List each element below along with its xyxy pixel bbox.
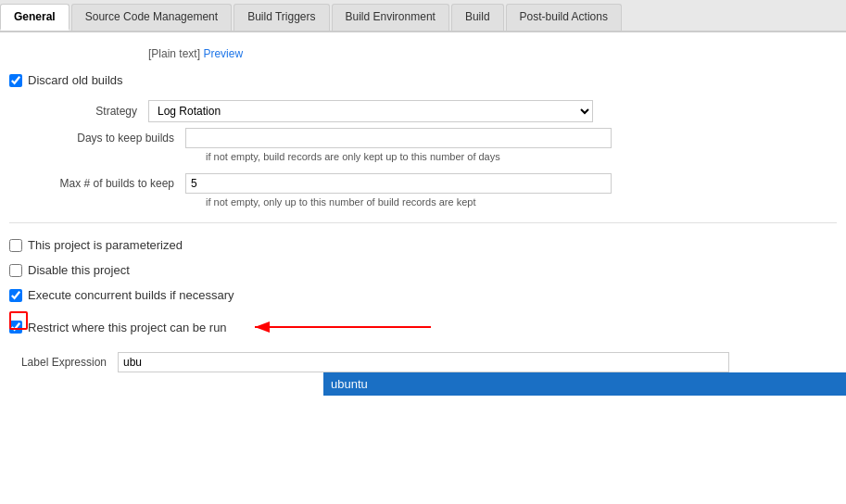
max-builds-input[interactable]	[185, 173, 612, 194]
discard-old-builds-section: Discard old builds Strategy Log Rotation…	[9, 68, 837, 213]
disable-project-label: Disable this project	[28, 263, 130, 277]
restrict-where-checkbox[interactable]	[9, 321, 22, 334]
tab-build[interactable]: Build	[451, 4, 504, 31]
restrict-where-container: Restrict where this project can be run L…	[9, 308, 837, 396]
label-expression-group: Label Expression	[9, 352, 837, 372]
restrict-where-row: Restrict where this project can be run	[9, 308, 837, 346]
parameterized-label: This project is parameterized	[28, 238, 183, 252]
days-to-keep-input[interactable]	[185, 128, 612, 148]
max-builds-group: Max # of builds to keep	[37, 173, 837, 194]
autocomplete-item[interactable]: ubuntu	[323, 372, 846, 396]
parameterized-row: This project is parameterized	[9, 233, 837, 258]
disable-project-checkbox[interactable]	[9, 264, 22, 277]
tab-bar: General Source Code Management Build Tri…	[0, 0, 846, 32]
concurrent-builds-row: Execute concurrent builds if necessary	[9, 283, 837, 308]
days-to-keep-label: Days to keep builds	[37, 132, 185, 145]
days-to-keep-group: Days to keep builds	[37, 128, 837, 148]
tab-source-code-management[interactable]: Source Code Management	[71, 4, 232, 31]
max-builds-label: Max # of builds to keep	[37, 177, 185, 190]
label-expression-input[interactable]	[118, 352, 729, 372]
plain-text-label: [Plain text]	[148, 47, 200, 60]
disable-project-row: Disable this project	[9, 258, 837, 283]
concurrent-builds-checkbox[interactable]	[9, 289, 22, 302]
concurrent-builds-label: Execute concurrent builds if necessary	[28, 288, 234, 302]
strategy-select[interactable]: Log Rotation	[148, 100, 593, 122]
discard-old-builds-row: Discard old builds	[9, 68, 837, 93]
preview-link[interactable]: Preview	[203, 47, 243, 60]
tab-post-build-actions[interactable]: Post-build Actions	[506, 4, 622, 31]
max-builds-hint: if not empty, only up to this number of …	[206, 194, 837, 213]
tab-build-environment[interactable]: Build Environment	[332, 4, 449, 31]
red-arrow-icon	[246, 313, 449, 341]
label-expression-label: Label Expression	[9, 356, 118, 369]
autocomplete-container: ubuntu	[118, 372, 837, 396]
main-content: [Plain text] Preview Discard old builds …	[0, 32, 846, 504]
discard-old-builds-checkbox[interactable]	[9, 74, 22, 87]
days-to-keep-hint: if not empty, build records are only kep…	[206, 148, 837, 168]
plain-text-row: [Plain text] Preview	[9, 42, 837, 68]
strategy-group: Strategy Log Rotation	[28, 100, 837, 122]
discard-old-builds-label: Discard old builds	[28, 73, 123, 87]
restrict-where-label: Restrict where this project can be run	[28, 321, 227, 334]
divider-1	[9, 222, 837, 223]
tab-build-triggers[interactable]: Build Triggers	[234, 4, 329, 31]
tab-general[interactable]: General	[0, 4, 69, 31]
strategy-label: Strategy	[28, 105, 148, 118]
log-rotation-subsection: Days to keep builds if not empty, build …	[37, 128, 837, 213]
parameterized-checkbox[interactable]	[9, 239, 22, 252]
